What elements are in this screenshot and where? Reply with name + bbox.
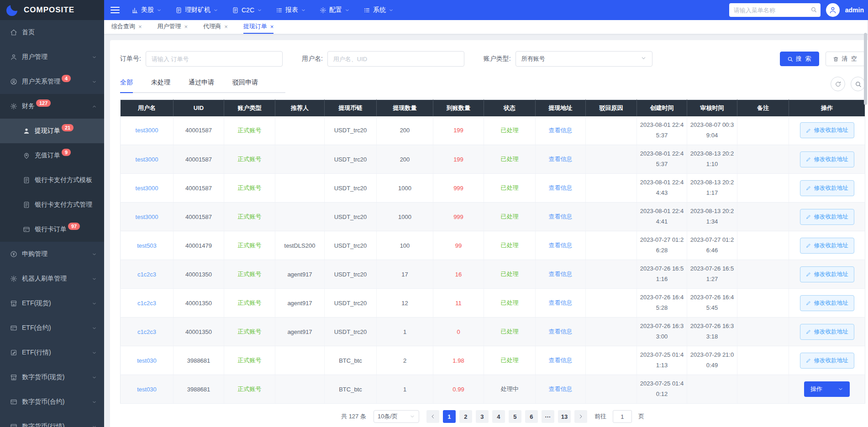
page-button-3[interactable]: 3 [476, 410, 489, 423]
sidebar-item-11[interactable]: ETF(现货) [0, 291, 104, 316]
navbar-menu-5[interactable]: 系统 [363, 6, 394, 14]
sidebar-item-9[interactable]: 申购管理 [0, 242, 104, 266]
worktab-3[interactable]: 提现订单 × [243, 20, 274, 34]
username-value[interactable]: test3000 [136, 185, 158, 192]
navbar-menu-1[interactable]: 理财矿机 [175, 6, 218, 14]
user-name[interactable]: admin [845, 6, 864, 14]
edit-payee-address-button[interactable]: 修改收款地址 [800, 238, 854, 254]
close-icon[interactable]: × [270, 23, 274, 30]
clear-button[interactable]: 清 空 [826, 52, 865, 66]
sidebar-item-12[interactable]: ETF(合约) [0, 316, 104, 340]
page-ellipsis-button[interactable]: ··· [542, 410, 554, 423]
cell-status: 已处理 [484, 231, 536, 260]
edit-payee-address-button[interactable]: 修改收款地址 [800, 209, 854, 225]
status-subtab-1[interactable]: 未处理 [151, 78, 170, 93]
navbar-menu-4[interactable]: 配置 [320, 6, 350, 14]
cell-status: 已处理 [484, 318, 536, 346]
vertical-scrollbar-thumb[interactable] [864, 33, 867, 105]
search-icon[interactable] [810, 6, 817, 15]
sidebar-item-15[interactable]: 数字货币(合约) [0, 390, 104, 414]
sidebar-item-16[interactable]: 数字货币(行情) [0, 414, 104, 427]
edit-payee-address-button[interactable]: 修改收款地址 [800, 122, 854, 138]
address-value[interactable]: 查看信息 [549, 299, 573, 306]
navbar-menu-2[interactable]: C2C [232, 6, 262, 14]
account-type-select[interactable]: 所有账号 [516, 51, 652, 67]
worktab-bar: 综合查询 × 用户管理 × 代理商 × 提现订单 × [104, 20, 868, 34]
refresh-icon[interactable] [831, 77, 845, 91]
sidebar-item-3[interactable]: 财务 127 [0, 94, 104, 119]
sidebar-item-0[interactable]: 首页 [0, 20, 104, 45]
sidebar-item-8[interactable]: 银行卡订单 97 [0, 217, 104, 242]
close-icon[interactable]: × [138, 23, 142, 30]
page-button-1[interactable]: 1 [443, 410, 456, 423]
magnifier-icon[interactable] [851, 77, 865, 91]
address-value[interactable]: 查看信息 [549, 385, 573, 392]
address-value[interactable]: 查看信息 [549, 357, 573, 364]
address-value[interactable]: 查看信息 [549, 156, 573, 162]
page-button-2[interactable]: 2 [459, 410, 472, 423]
action-dropdown-button[interactable]: 操作 [804, 381, 850, 397]
status-subtab-2[interactable]: 通过申请 [189, 78, 214, 93]
hamburger-icon[interactable] [110, 7, 120, 13]
cell-chain: USDT_trc20 [325, 231, 377, 260]
username-value[interactable]: c1c2c3 [137, 271, 156, 278]
status-subtab-3[interactable]: 驳回申请 [232, 78, 258, 93]
address-value[interactable]: 查看信息 [549, 213, 573, 220]
page-button-5[interactable]: 5 [509, 410, 521, 423]
edit-payee-address-button[interactable]: 修改收款地址 [800, 324, 854, 340]
cell-action: 修改收款地址 [789, 289, 865, 318]
username-value[interactable]: test503 [137, 242, 157, 249]
close-icon[interactable]: × [184, 23, 188, 30]
sidebar-item-13[interactable]: ETF(行情) [0, 340, 104, 365]
avatar[interactable] [826, 3, 840, 17]
order-no-input[interactable] [146, 51, 283, 67]
username-value[interactable]: test3000 [136, 156, 158, 163]
goto-label: 前往 [594, 412, 606, 421]
sidebar-item-4[interactable]: 提现订单 21 [0, 119, 104, 143]
username-value[interactable]: test030 [137, 357, 157, 364]
sidebar-item-1[interactable]: 用户管理 [0, 45, 104, 69]
sidebar-item-5[interactable]: 充值订单 9 [0, 143, 104, 168]
edit-payee-address-button[interactable]: 修改收款地址 [800, 353, 854, 369]
navbar-menu-3[interactable]: 报表 [276, 6, 306, 14]
sidebar-item-10[interactable]: 机器人刷单管理 [0, 266, 104, 291]
status-value: 已处理 [501, 127, 519, 134]
username-value[interactable]: c1c2c3 [137, 328, 156, 335]
sidebar-item-7[interactable]: 银行卡支付方式管理 [0, 193, 104, 217]
address-value[interactable]: 查看信息 [549, 184, 573, 191]
username-value[interactable]: test030 [137, 386, 157, 393]
page-size-select[interactable]: 10条/页 [374, 410, 419, 423]
username-value[interactable]: test3000 [136, 214, 158, 220]
page-button-6[interactable]: 6 [525, 410, 538, 423]
edit-payee-address-button[interactable]: 修改收款地址 [800, 180, 854, 196]
next-page-button[interactable] [574, 410, 587, 423]
filter-actions: 搜 索 清 空 [780, 52, 865, 66]
cell-address: 查看信息 [536, 203, 586, 231]
page-button-13[interactable]: 13 [558, 410, 571, 423]
address-value[interactable]: 查看信息 [549, 328, 573, 335]
address-value[interactable]: 查看信息 [549, 271, 573, 277]
status-subtab-0[interactable]: 全部 [120, 78, 133, 93]
page-button-4[interactable]: 4 [492, 410, 505, 423]
menu-search-input[interactable] [729, 3, 821, 17]
sidebar-item-2[interactable]: 用户关系管理 4 [0, 69, 104, 94]
sidebar-item-6[interactable]: 银行卡支付方式模板 [0, 168, 104, 193]
sidebar-item-14[interactable]: 数字货币(现货) [0, 365, 104, 390]
address-value[interactable]: 查看信息 [549, 242, 573, 249]
edit-payee-address-button[interactable]: 修改收款地址 [800, 266, 854, 282]
username-value[interactable]: test3000 [136, 127, 158, 134]
goto-page-input[interactable] [613, 410, 632, 423]
search-button[interactable]: 搜 索 [780, 52, 820, 66]
edit-payee-address-button[interactable]: 修改收款地址 [800, 151, 854, 167]
prev-page-button[interactable] [426, 410, 439, 423]
reviewed-value: 2023-08-13 20:21:34 [690, 208, 734, 225]
worktab-1[interactable]: 用户管理 × [158, 20, 188, 34]
username-value[interactable]: c1c2c3 [137, 300, 156, 307]
edit-payee-address-button[interactable]: 修改收款地址 [800, 295, 854, 311]
worktab-2[interactable]: 代理商 × [203, 20, 228, 34]
close-icon[interactable]: × [224, 23, 228, 30]
navbar-menu-0[interactable]: 美股 [132, 6, 162, 14]
username-input[interactable] [327, 51, 464, 67]
worktab-0[interactable]: 综合查询 × [111, 20, 142, 34]
address-value[interactable]: 查看信息 [549, 127, 573, 134]
